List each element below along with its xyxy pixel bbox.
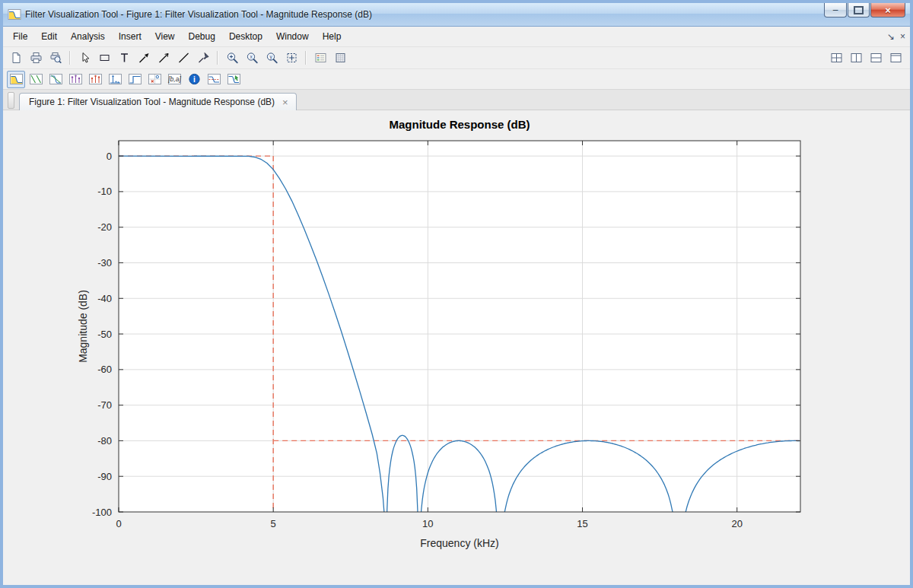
magnitude-phase-response-button[interactable] [46, 71, 65, 88]
line-tool-button[interactable] [174, 49, 192, 67]
close-button[interactable]: × [870, 3, 905, 17]
y-tick-label: -80 [97, 435, 112, 447]
step-response-button[interactable] [126, 71, 144, 88]
menu-help[interactable]: Help [316, 28, 348, 45]
phase-response-button[interactable] [27, 71, 45, 88]
x-tick-label: 15 [577, 518, 587, 529]
menubar-right-icons: ↘× [887, 27, 905, 46]
layout-grid-button[interactable] [827, 49, 845, 67]
menu-window[interactable]: Window [269, 28, 316, 45]
zoom-in-button[interactable] [223, 49, 241, 67]
layout-cols-icon [850, 52, 863, 64]
rectangle-tool-icon [98, 52, 111, 64]
undock-figure-icon[interactable]: ↘ [887, 31, 895, 42]
layout-grid-icon [830, 52, 843, 64]
x-tick-label: 5 [271, 518, 276, 529]
magnitude-response-plot: 051015200-10-20-30-40-50-60-70-80-90-100… [3, 110, 910, 588]
app-window: Filter Visualization Tool - Figure 1: Fi… [0, 0, 913, 588]
toolbar-separator [305, 51, 307, 65]
layout-rows-icon [870, 52, 883, 64]
window-title: Filter Visualization Tool - Figure 1: Fi… [25, 9, 372, 20]
group-delay-icon [68, 73, 83, 85]
menu-analysis[interactable]: Analysis [64, 28, 112, 45]
close-figure-icon[interactable]: × [900, 31, 905, 42]
arrow-tool-button[interactable] [135, 49, 153, 67]
menu-file[interactable]: File [6, 28, 34, 45]
legend-button[interactable] [311, 49, 329, 67]
fit-view-button[interactable] [282, 49, 301, 67]
app-icon [8, 8, 21, 21]
svg-text:i: i [193, 75, 196, 84]
phase-delay-button[interactable] [86, 71, 104, 88]
line-tool-icon [177, 52, 190, 64]
zoom-y-button[interactable]: y [262, 49, 281, 67]
print-button[interactable] [27, 49, 45, 67]
filter-info-icon: i [188, 73, 201, 85]
open-arrow-tool-button[interactable] [154, 49, 173, 67]
minimize-icon: – [833, 5, 838, 15]
menu-items: FileEditAnalysisInsertViewDebugDesktopWi… [6, 28, 348, 45]
magnitude-response-button[interactable] [7, 71, 25, 88]
fit-view-icon [285, 52, 298, 64]
impulse-response-button[interactable] [106, 71, 124, 88]
svg-text:[b,a]: [b,a] [167, 75, 181, 83]
edit-plot-pointer-icon [78, 52, 91, 64]
pole-zero-plot-button[interactable] [145, 71, 164, 88]
x-tick-label: 20 [731, 518, 742, 529]
step-response-icon [128, 73, 142, 85]
analysis-toolbar: [b,a]i [3, 69, 910, 90]
new-file-button[interactable] [7, 49, 25, 67]
plot-canvas[interactable] [119, 141, 800, 512]
menu-desktop[interactable]: Desktop [222, 28, 269, 45]
layout-rows-button[interactable] [867, 49, 885, 67]
design-mask-button[interactable] [224, 71, 243, 88]
pin-tool-button[interactable] [194, 49, 212, 67]
impulse-response-icon [108, 73, 122, 85]
layout-cols-button[interactable] [847, 49, 865, 67]
window-controls: – × [823, 3, 905, 17]
text-tool-button[interactable] [115, 49, 133, 67]
group-delay-button[interactable] [66, 71, 84, 88]
text-tool-icon [118, 52, 131, 64]
layout-single-button[interactable] [886, 49, 905, 67]
menu-view[interactable]: View [148, 28, 182, 45]
magnitude-estimate-button[interactable] [205, 71, 223, 88]
maximize-button[interactable] [848, 3, 870, 17]
figure-toolbar: xy [3, 47, 910, 69]
tab-figure1[interactable]: Figure 1: Filter Visualization Tool - Ma… [19, 93, 297, 110]
phase-delay-icon [88, 73, 103, 85]
layout-single-icon [889, 52, 902, 64]
magnitude-estimate-icon [207, 73, 221, 85]
y-tick-label: -100 [92, 507, 112, 518]
menu-edit[interactable]: Edit [34, 28, 64, 45]
minimize-button[interactable]: – [824, 3, 847, 17]
toolbar-separator [217, 51, 218, 65]
edit-plot-pointer-button[interactable] [75, 49, 94, 67]
phase-response-icon [29, 73, 43, 85]
tabstrip-grip[interactable] [8, 92, 14, 109]
rectangle-tool-button[interactable] [95, 49, 113, 67]
colorbar-grid-icon [334, 52, 347, 64]
zoom-in-icon [226, 52, 239, 64]
x-tick-label: 10 [422, 518, 433, 529]
y-tick-label: -30 [97, 257, 112, 269]
toolbar-separator [69, 51, 71, 65]
legend-icon [314, 52, 327, 64]
print-preview-button[interactable] [46, 49, 65, 67]
zoom-x-button[interactable]: x [243, 49, 261, 67]
y-tick-label: -60 [97, 364, 112, 375]
y-tick-label: -40 [97, 293, 112, 304]
zoom-x-icon: x [246, 52, 259, 64]
x-tick-label: 0 [116, 518, 121, 529]
menu-insert[interactable]: Insert [112, 28, 148, 45]
print-icon [30, 52, 43, 64]
menu-debug[interactable]: Debug [182, 28, 222, 45]
filter-coefficients-button[interactable]: [b,a] [165, 71, 183, 88]
tab-close-icon[interactable]: × [282, 97, 288, 107]
filter-info-button[interactable]: i [185, 71, 203, 88]
print-preview-icon [49, 52, 62, 64]
y-tick-label: -20 [97, 221, 112, 233]
new-file-icon [10, 52, 23, 64]
colorbar-grid-button[interactable] [331, 49, 349, 67]
tab-strip: Figure 1: Filter Visualization Tool - Ma… [3, 90, 910, 110]
